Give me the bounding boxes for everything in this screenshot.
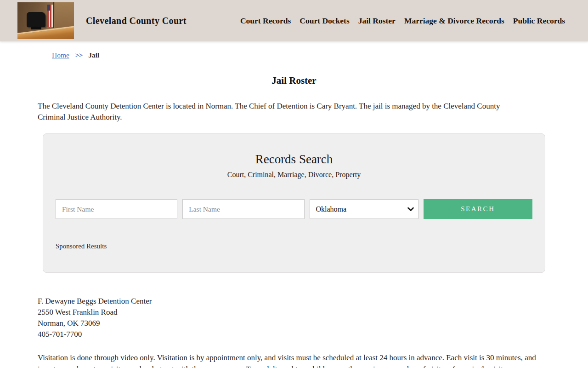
state-select[interactable]: Oklahoma [310,199,418,219]
detention-center-address: F. Dewayne Beggs Detention Center 2550 W… [38,296,588,340]
address-city-state-zip: Norman, OK 73069 [38,318,588,329]
nav-court-records[interactable]: Court Records [240,16,291,26]
flag-union [47,5,50,11]
breadcrumb-separator: >> [75,51,83,59]
judge-chair [27,12,46,28]
breadcrumb: Home >> Jail [52,51,588,59]
first-name-input[interactable] [56,199,177,219]
main-nav: Court Records Court Dockets Jail Roster … [240,16,565,26]
state-select-wrap: Oklahoma [310,199,418,219]
nav-marriage-divorce-records[interactable]: Marriage & Divorce Records [404,16,504,26]
page-title: Jail Roster [0,75,588,86]
search-button[interactable]: SEARCH [424,199,532,219]
last-name-input[interactable] [182,199,304,219]
records-search-panel: Records Search Court, Criminal, Marriage… [43,133,545,273]
nav-jail-roster[interactable]: Jail Roster [358,16,396,26]
judge-chair-base [31,27,41,29]
phone-number: 405-701-7700 [38,329,588,340]
site-title: Cleveland County Court [86,16,187,26]
records-search-subtitle: Court, Criminal, Marriage, Divorce, Prop… [56,171,532,179]
courtroom-logo-image [17,2,74,39]
site-header: Cleveland County Court Court Records Cou… [0,0,588,41]
judge-bench [17,25,74,39]
breadcrumb-current: Jail [88,51,99,59]
address-street: 2550 West Franklin Road [38,307,588,318]
detention-center-name: F. Dewayne Beggs Detention Center [38,296,588,307]
nav-public-records[interactable]: Public Records [513,16,565,26]
logo-wood-panel [55,2,74,28]
breadcrumb-home-link[interactable]: Home [52,51,69,59]
visitation-paragraph: Visitation is done through video only. V… [38,352,545,368]
records-search-title: Records Search [56,152,532,167]
nav-court-dockets[interactable]: Court Dockets [300,16,349,26]
search-form-row: Oklahoma SEARCH [56,199,532,219]
intro-paragraph: The Cleveland County Detention Center is… [38,101,528,123]
flag-pole [53,2,54,28]
sponsored-results-label: Sponsored Results [56,242,532,250]
